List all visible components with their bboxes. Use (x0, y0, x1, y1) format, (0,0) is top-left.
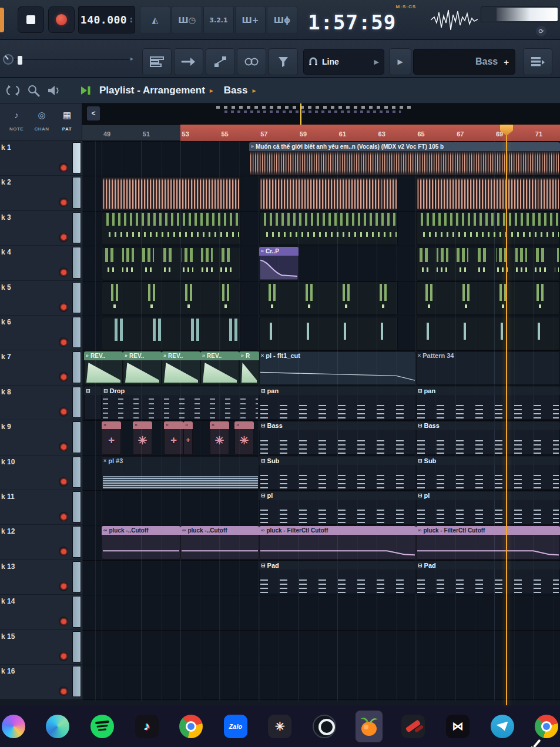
clip[interactable]: ×pl #3 (102, 456, 259, 490)
clip[interactable]: »REV.. (84, 351, 123, 385)
clip[interactable]: ⊟Pad (416, 561, 560, 594)
clip[interactable]: ⊟Drop (102, 386, 259, 420)
stop-button[interactable] (18, 6, 44, 33)
breadcrumb-sub[interactable]: Bass (224, 85, 248, 96)
taskbar-app-edge[interactable] (45, 711, 72, 742)
transport-toolbar: 140.000 ▲▼ ◭Ш◷3.2.1Ш+Шϕ M:S:CS 1:57:59 ⟳ (0, 0, 560, 40)
menu-fragment[interactable] (0, 8, 4, 32)
clip[interactable]: »✳ (133, 421, 152, 455)
tempo-steppers[interactable]: ▲▼ (129, 16, 133, 24)
clip-body (417, 178, 559, 209)
clip[interactable] (416, 282, 560, 315)
clip[interactable] (259, 212, 398, 245)
clip[interactable]: ⊟pl (416, 491, 560, 525)
clip[interactable] (102, 282, 240, 315)
taskbar-app-starburst[interactable]: ✳ (267, 711, 294, 742)
main-volume-slider[interactable] (14, 59, 129, 61)
clip[interactable]: ∞pluck -..Cutoff (102, 526, 180, 560)
clip[interactable]: ∞pluck - FilterCtl Cutoff (416, 526, 560, 560)
pattern-picker-button[interactable] (523, 48, 552, 75)
clip-body (103, 248, 239, 279)
clip[interactable]: ⊟pan (416, 386, 560, 420)
taskbar-app-zalo[interactable]: Zalo (222, 711, 249, 742)
master-pitch-knob[interactable] (2, 53, 15, 68)
clip[interactable] (102, 212, 240, 245)
taskbar-app-copilot[interactable] (0, 711, 27, 742)
dump-score-button[interactable] (269, 48, 298, 75)
pattern-selector[interactable]: Bass + (413, 49, 515, 75)
marker-jump-button[interactable]: ▶ (389, 48, 411, 75)
taskbar-app-red-app[interactable] (400, 711, 427, 742)
snap-selector[interactable]: Line ▶ (303, 49, 384, 75)
clip[interactable]: »R (239, 351, 259, 385)
overdub-icon[interactable]: Ш+ (235, 6, 266, 34)
slider-handle[interactable] (18, 56, 22, 65)
channel-rack-button[interactable] (142, 48, 172, 75)
history-icon[interactable]: ⟳ (536, 26, 546, 36)
clip[interactable]: ∞pluck -..Cutoff (180, 526, 259, 560)
recenter-icon[interactable] (5, 83, 21, 98)
link-button[interactable] (237, 48, 266, 75)
breadcrumb-sep2-icon: ▸ (252, 86, 256, 95)
clip[interactable]: ∞pluck - FilterCtl Cutoff (259, 526, 416, 560)
taskbar-app-obs[interactable] (311, 711, 338, 742)
taskbar-app-fl-studio[interactable] (356, 711, 383, 742)
clip[interactable]: »Muốn cả thế giới biết anh yêu em..n (Vo… (249, 142, 560, 176)
clip[interactable]: ×pl - flt1_cut (259, 351, 416, 385)
taskbar-app-spotify[interactable] (89, 711, 116, 742)
taskbar-app-telegram[interactable] (489, 711, 516, 742)
time-display[interactable]: M:S:CS 1:57:59 (304, 2, 427, 38)
metronome-icon[interactable]: ◭ (140, 6, 170, 34)
loop-record-icon[interactable]: Шϕ (267, 6, 297, 34)
clip-body (124, 361, 160, 384)
clip[interactable] (416, 317, 560, 350)
send-arrow-button[interactable] (174, 48, 203, 75)
clip[interactable]: ⊟Bass (259, 421, 416, 455)
clip-header: ∞pluck - FilterCtl Cutoff (259, 526, 416, 535)
clip-body (417, 213, 559, 244)
clip-play2-icon: » (251, 143, 254, 149)
clip[interactable] (102, 247, 240, 280)
taskbar-app-capcut[interactable]: ⋈ (444, 711, 471, 742)
clip[interactable]: »+ (183, 421, 193, 455)
clip[interactable] (102, 177, 240, 210)
clip[interactable] (416, 177, 560, 210)
clip[interactable]: »✳ (210, 421, 229, 455)
clip[interactable]: »+ (102, 421, 121, 455)
clip[interactable]: ⊟Sub (416, 456, 560, 490)
clip[interactable] (259, 317, 398, 350)
zoom-icon[interactable] (26, 83, 41, 98)
clip[interactable] (416, 247, 560, 280)
clip[interactable] (416, 212, 560, 245)
record-button[interactable] (48, 6, 75, 33)
oscilloscope[interactable] (431, 5, 478, 35)
clip-body (240, 361, 258, 384)
clip[interactable] (102, 317, 240, 350)
clip[interactable]: ×Pattern 34 (416, 351, 560, 385)
countdown-321-icon[interactable]: 3.2.1 (203, 6, 234, 34)
tempo-display[interactable]: 140.000 ▲▼ (78, 6, 135, 34)
clip[interactable]: ⊟ (84, 386, 102, 420)
taskbar-app-chrome[interactable] (177, 711, 204, 742)
song-position-icon[interactable] (78, 83, 93, 98)
clip[interactable]: »✳ (234, 421, 254, 455)
clip[interactable]: »REV.. (123, 351, 162, 385)
clip[interactable]: »REV.. (162, 351, 200, 385)
clip[interactable]: ⊟Bass (416, 421, 560, 455)
clip[interactable]: »REV.. (200, 351, 239, 385)
clip[interactable]: »Cr..P (259, 247, 299, 280)
add-pattern-button[interactable]: + (504, 57, 509, 67)
clip[interactable]: ⊟pan (259, 386, 416, 420)
clip[interactable]: ⊟Sub (259, 456, 416, 490)
clip[interactable] (259, 282, 398, 315)
clip[interactable]: ⊟pl (259, 491, 416, 525)
taskbar-app-tiktok[interactable]: ♪ (133, 711, 160, 742)
slide-notes-button[interactable] (206, 48, 235, 75)
audio-preview-icon[interactable] (46, 83, 62, 98)
clip[interactable]: ⊟Pad (259, 561, 416, 594)
clip[interactable]: »+ (164, 421, 183, 455)
master-volume-slider[interactable] (481, 6, 558, 22)
clip[interactable] (259, 177, 398, 210)
clip-header: ⊟Pad (416, 561, 560, 570)
precount-icon[interactable]: Ш◷ (172, 6, 202, 34)
